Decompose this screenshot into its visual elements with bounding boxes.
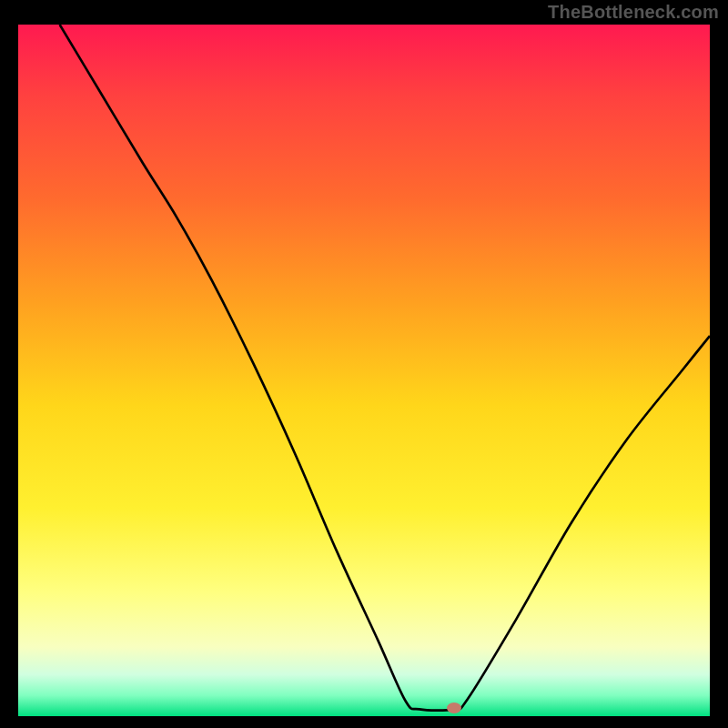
optimal-point-marker (447, 703, 461, 713)
bottleneck-curve (60, 25, 710, 711)
attribution-watermark: TheBottleneck.com (548, 2, 719, 23)
chart-frame: TheBottleneck.com (0, 0, 728, 728)
curve-svg (18, 25, 710, 716)
plot-area (18, 25, 710, 716)
